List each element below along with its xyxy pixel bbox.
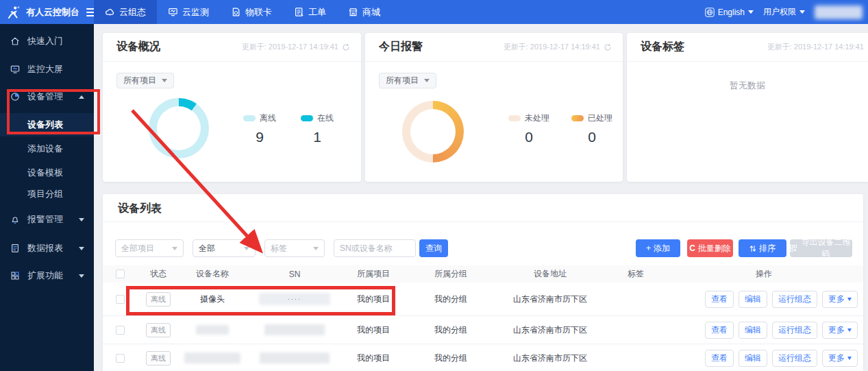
language-switcher[interactable]: English bbox=[705, 8, 754, 17]
language-label: English bbox=[718, 8, 745, 17]
monitor-icon bbox=[168, 7, 178, 17]
device-project: 我的项目 bbox=[344, 294, 403, 305]
sidebar-item-monitor-screen[interactable]: 监控大屏 bbox=[0, 59, 94, 80]
sidebar-item-data-reports[interactable]: 数据报表 bbox=[0, 238, 94, 259]
view-button[interactable]: 查看 bbox=[705, 291, 734, 308]
unhandled-swatch bbox=[508, 115, 521, 121]
device-project: 我的项目 bbox=[344, 324, 403, 336]
filter-toolbar: 全部项目 全部 标签 查询 + 添加 C 批量删除 排序 bbox=[103, 239, 863, 257]
plus-icon: + bbox=[646, 243, 651, 253]
edit-button[interactable]: 编辑 bbox=[739, 291, 767, 308]
scope-select[interactable]: 全部 bbox=[193, 239, 256, 257]
tab-iot-sim[interactable]: 物联卡 bbox=[220, 0, 283, 24]
sidebar-item-label: 快速入门 bbox=[27, 35, 63, 47]
device-sn-redacted: ···· bbox=[245, 293, 344, 305]
sidebar-item-device-list[interactable]: 设备列表 bbox=[0, 113, 94, 136]
tab-mall[interactable]: 商城 bbox=[337, 0, 391, 24]
sidebar-item-extensions[interactable]: 扩展功能 bbox=[0, 265, 94, 286]
unhandled-count: 0 bbox=[508, 129, 549, 145]
topbar-right: English 用户权限 bbox=[705, 0, 868, 24]
sort-button[interactable]: 排序 bbox=[739, 239, 786, 257]
usr-cloud-console: 有人云控制台 云组态 云监测 物联卡 工单 商城 bbox=[0, 0, 868, 371]
tab-cloud-scada[interactable]: 云组态 bbox=[94, 0, 157, 24]
username-redacted[interactable] bbox=[815, 5, 863, 19]
tab-label: 商城 bbox=[362, 6, 380, 19]
tab-cloud-monitor[interactable]: 云监测 bbox=[157, 0, 220, 24]
run-scada-button[interactable]: 运行组态 bbox=[772, 322, 817, 339]
user-permissions-menu[interactable]: 用户权限 bbox=[763, 6, 805, 18]
tag-select[interactable]: 标签 bbox=[264, 239, 325, 257]
tab-work-order[interactable]: 工单 bbox=[283, 0, 337, 24]
offline-count: 9 bbox=[243, 129, 276, 145]
table-row: 离线 我的项目 我的分组 山东省济南市历下区 查看 编辑 运行组态 更多 bbox=[103, 316, 863, 344]
storefront-icon bbox=[348, 7, 358, 17]
sidebar-item-label: 添加设备 bbox=[27, 143, 63, 155]
edit-button[interactable]: 编辑 bbox=[739, 350, 767, 367]
chevron-down-icon bbox=[424, 79, 430, 82]
sidebar-item-device-template[interactable]: 设备模板 bbox=[0, 163, 94, 183]
sidebar-item-label: 设备列表 bbox=[27, 119, 63, 131]
refresh-icon[interactable] bbox=[342, 43, 350, 51]
device-overview-card: 设备概况 更新于: 2019-12-17 14:19:41 所有项目 离线 9 … bbox=[103, 33, 361, 182]
view-button[interactable]: 查看 bbox=[705, 322, 734, 339]
project-select[interactable]: 全部项目 bbox=[115, 239, 184, 257]
col-group: 所属分组 bbox=[403, 268, 499, 280]
sidebar-item-device-management[interactable]: 设备管理 bbox=[0, 86, 94, 107]
select-value: 全部 bbox=[199, 243, 215, 254]
run-scada-button[interactable]: 运行组态 bbox=[772, 291, 817, 308]
project-filter-dropdown[interactable]: 所有项目 bbox=[116, 73, 174, 88]
row-checkbox[interactable] bbox=[116, 295, 125, 304]
legend-handled: 已处理 0 bbox=[571, 112, 612, 145]
updated-text: 更新于: 2019-12-17 14:19:41 bbox=[242, 42, 338, 52]
more-button[interactable]: 更多 bbox=[822, 291, 858, 308]
project-filter-dropdown[interactable]: 所有项目 bbox=[379, 73, 436, 88]
more-button[interactable]: 更多 bbox=[822, 350, 858, 367]
device-address: 山东省济南市历下区 bbox=[499, 324, 602, 336]
card-title: 今日报警 bbox=[379, 40, 423, 54]
run-scada-button[interactable]: 运行组态 bbox=[772, 350, 817, 367]
today-alarms-card: 今日报警 更新于: 2019-12-17 14:19:41 所有项目 未处理 0… bbox=[365, 33, 623, 182]
add-device-button[interactable]: + 添加 bbox=[636, 239, 680, 257]
alarm-status-donut-chart bbox=[402, 101, 464, 163]
chevron-down-icon bbox=[847, 357, 852, 360]
user-menu-label: 用户权限 bbox=[763, 6, 796, 18]
card-updated: 更新于: 2019-12-17 14:19:41 bbox=[504, 42, 612, 52]
table-row: 离线 我的项目 我的分组 山东省济南市历下区 查看 编辑 运行组态 更多 bbox=[103, 344, 863, 371]
view-button[interactable]: 查看 bbox=[705, 350, 734, 367]
device-sn-redacted bbox=[245, 352, 344, 363]
col-sn: SN bbox=[245, 270, 344, 279]
card-title: 设备标签 bbox=[641, 40, 684, 54]
search-input[interactable] bbox=[334, 239, 416, 257]
updated-text: 更新于: 2019-12-17 14:19:41 bbox=[504, 42, 600, 52]
row-actions: 查看 编辑 运行组态 更多 bbox=[670, 291, 863, 308]
legend-label: 在线 bbox=[317, 112, 334, 124]
batch-delete-button[interactable]: C 批量删除 bbox=[687, 239, 733, 257]
brand-logo-icon bbox=[7, 5, 21, 19]
edit-button[interactable]: 编辑 bbox=[739, 322, 767, 339]
more-button[interactable]: 更多 bbox=[822, 322, 858, 339]
export-qr-button: 导出设备二维码 bbox=[790, 239, 852, 257]
row-checkbox[interactable] bbox=[116, 354, 125, 363]
online-swatch bbox=[301, 115, 313, 121]
col-status: 状态 bbox=[137, 268, 179, 280]
sidebar-item-add-device[interactable]: 添加设备 bbox=[0, 139, 94, 159]
legend-label: 离线 bbox=[260, 112, 276, 124]
tab-label: 物联卡 bbox=[245, 6, 272, 19]
tab-label: 工单 bbox=[308, 6, 326, 19]
sidebar-item-label: 设备模板 bbox=[27, 167, 63, 179]
device-project: 我的项目 bbox=[344, 352, 403, 364]
button-label: 批量删除 bbox=[698, 243, 731, 254]
sidebar-item-project-group[interactable]: 项目分组 bbox=[0, 184, 94, 204]
brand[interactable]: 有人云控制台 bbox=[0, 5, 94, 19]
select-all-checkbox[interactable] bbox=[116, 270, 125, 278]
row-checkbox[interactable] bbox=[116, 326, 125, 335]
dropdown-value: 所有项目 bbox=[386, 75, 419, 86]
device-group: 我的分组 bbox=[403, 352, 499, 364]
sidebar-item-quick-start[interactable]: 快速入门 bbox=[0, 31, 94, 51]
sidebar: 快速入门 监控大屏 设备管理 设备列表 添加设备 设备模板 项目分组 报警管理 bbox=[0, 24, 94, 371]
query-button[interactable]: 查询 bbox=[419, 239, 448, 257]
device-address: 山东省济南市历下区 bbox=[499, 294, 602, 305]
table-row: 离线 摄像头 ···· 我的项目 我的分组 山东省济南市历下区 查看 编辑 运行… bbox=[103, 283, 863, 316]
refresh-icon[interactable] bbox=[604, 43, 612, 51]
sidebar-item-alarm-management[interactable]: 报警管理 bbox=[0, 209, 94, 230]
